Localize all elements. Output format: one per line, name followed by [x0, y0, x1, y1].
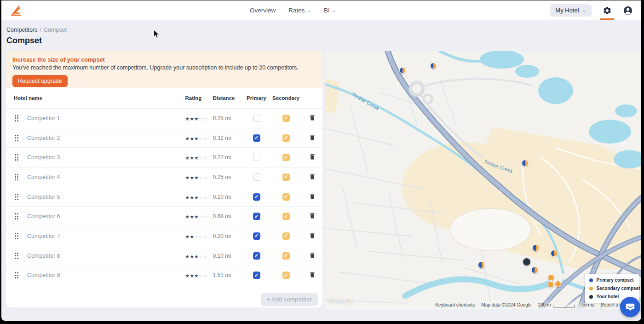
legend-dot [589, 287, 593, 290]
competitor-name: Competitor 6 [27, 213, 185, 220]
user-avatar-button[interactable] [623, 6, 633, 16]
request-upgrade-button[interactable]: Request upgrade [12, 75, 68, 87]
table-row: Competitor 3★★★☆☆0.22 mi✓ [6, 148, 322, 168]
map-marker-both[interactable] [522, 160, 529, 167]
drag-handle[interactable] [6, 194, 27, 200]
add-competitor-button[interactable]: + Add competitor [261, 293, 318, 306]
competitor-name: Competitor 3 [27, 154, 185, 161]
map-canvas: Timber Creek Timber Creek [325, 51, 642, 309]
drag-handle[interactable] [6, 233, 27, 239]
map-marker-both[interactable] [399, 67, 406, 74]
gear-icon [603, 6, 612, 15]
map-marker-both[interactable] [478, 261, 485, 268]
competitor-name: Competitor 7 [27, 233, 185, 239]
col-primary: Primary [243, 95, 270, 101]
competitors-table: Hotel name Rating Distance Primary Secon… [6, 88, 322, 307]
drag-handle[interactable] [6, 272, 27, 278]
map-marker-both[interactable] [430, 63, 437, 69]
competitor-name: Competitor 2 [27, 135, 185, 141]
primary-checkbox[interactable]: ✓ [253, 193, 260, 201]
delete-competitor-button[interactable] [308, 211, 316, 221]
terms-link[interactable]: Terms [581, 302, 594, 307]
top-nav: Overview Rates⌄ BI⌄ My Hotel ⌄ [1, 0, 641, 21]
map-marker-both[interactable] [551, 250, 558, 257]
map-marker-secondary[interactable] [548, 274, 554, 281]
breadcrumb: Competitors/Compset [6, 27, 636, 33]
map-marker-both[interactable] [532, 244, 539, 251]
primary-checkbox[interactable]: ✓ [253, 213, 260, 220]
delete-competitor-button[interactable] [308, 152, 316, 162]
table-header-row: Hotel name Rating Distance Primary Secon… [6, 88, 322, 109]
nav-item-bi[interactable]: BI⌄ [324, 7, 336, 14]
map-marker-hotel[interactable] [523, 258, 531, 266]
primary-checkbox[interactable]: ✓ [253, 134, 260, 142]
secondary-checkbox[interactable]: ✓ [282, 154, 290, 161]
drag-handle[interactable] [6, 253, 27, 259]
active-nav-indicator [600, 18, 614, 20]
drag-handle[interactable] [6, 213, 27, 220]
settings-button[interactable] [603, 0, 612, 20]
drag-handle[interactable] [6, 115, 27, 122]
nav-item-rates[interactable]: Rates⌄ [288, 7, 311, 14]
drag-handle[interactable] [6, 135, 27, 141]
delete-competitor-button[interactable] [308, 192, 316, 202]
star-rating: ★★★☆☆ [185, 273, 208, 278]
competitor-distance: 0.10 mi [213, 194, 243, 200]
breadcrumb-compset: Compset [44, 27, 67, 33]
map-panel[interactable]: Timber Creek Timber Creek Primary compse… [325, 51, 642, 309]
competitor-distance: 0.28 mi [213, 115, 243, 122]
competitor-distance: 0.32 mi [213, 135, 243, 141]
delete-competitor-button[interactable] [308, 231, 316, 241]
upgrade-banner: Increase the size of your compset You've… [6, 51, 322, 88]
secondary-checkbox[interactable]: ✓ [282, 272, 290, 279]
nav-rates-label: Rates [288, 7, 305, 14]
table-row: Competitor 5★★★☆☆0.10 mi✓✓ [6, 187, 322, 207]
competitor-distance: 0.20 mi [213, 233, 243, 239]
primary-checkbox[interactable] [253, 174, 260, 181]
scale-bar [553, 305, 575, 307]
secondary-checkbox[interactable]: ✓ [282, 115, 290, 122]
map-marker-secondary[interactable] [547, 281, 554, 288]
chat-icon [625, 302, 635, 312]
secondary-checkbox[interactable]: ✓ [282, 174, 290, 181]
hotel-selector[interactable]: My Hotel ⌄ [550, 4, 592, 17]
brand-logo-icon[interactable] [10, 4, 23, 17]
secondary-checkbox[interactable]: ✓ [282, 193, 290, 201]
person-icon [623, 6, 633, 16]
map-marker-both[interactable] [531, 266, 538, 273]
delete-competitor-button[interactable] [308, 270, 316, 280]
chat-launcher-button[interactable] [620, 297, 640, 317]
keyboard-shortcuts-link[interactable]: Keyboard shortcuts [435, 302, 475, 307]
star-rating: ★★★☆☆ [185, 155, 208, 161]
secondary-checkbox[interactable]: ✓ [282, 213, 290, 220]
primary-checkbox[interactable]: ✓ [253, 252, 260, 260]
col-secondary: Secondary [270, 95, 302, 101]
table-row: Competitor 8★★★☆☆0.10 mi✓✓ [6, 246, 322, 266]
legend-dot [589, 295, 593, 299]
compset-panel: Increase the size of your compset You've… [6, 51, 322, 309]
delete-competitor-button[interactable] [308, 133, 316, 143]
breadcrumb-separator: / [40, 27, 41, 33]
delete-competitor-button[interactable] [308, 172, 316, 182]
primary-checkbox[interactable] [253, 154, 260, 161]
secondary-checkbox[interactable]: ✓ [282, 252, 290, 260]
secondary-checkbox[interactable]: ✓ [282, 134, 290, 142]
delete-competitor-button[interactable] [308, 113, 316, 123]
nav-item-overview[interactable]: Overview [250, 7, 276, 14]
legend-dot [589, 278, 593, 282]
map-attribution: Keyboard shortcuts Map data ©2024 Google… [325, 301, 642, 309]
star-rating: ★★★☆☆ [185, 214, 208, 220]
primary-checkbox[interactable]: ✓ [253, 272, 260, 279]
delete-competitor-button[interactable] [308, 251, 316, 261]
primary-checkbox[interactable] [253, 115, 260, 122]
legend-label: Secondary compset [597, 286, 640, 291]
drag-handle[interactable] [6, 174, 27, 180]
map-data-text: Map data ©2024 Google [481, 302, 531, 307]
primary-checkbox[interactable]: ✓ [253, 232, 260, 240]
scale-label: 200 m [538, 302, 551, 307]
breadcrumb-competitors[interactable]: Competitors [6, 27, 37, 33]
secondary-checkbox[interactable]: ✓ [282, 232, 290, 240]
drag-handle[interactable] [6, 154, 27, 161]
map-marker-secondary[interactable] [555, 281, 561, 287]
table-empty-strip [6, 285, 322, 291]
